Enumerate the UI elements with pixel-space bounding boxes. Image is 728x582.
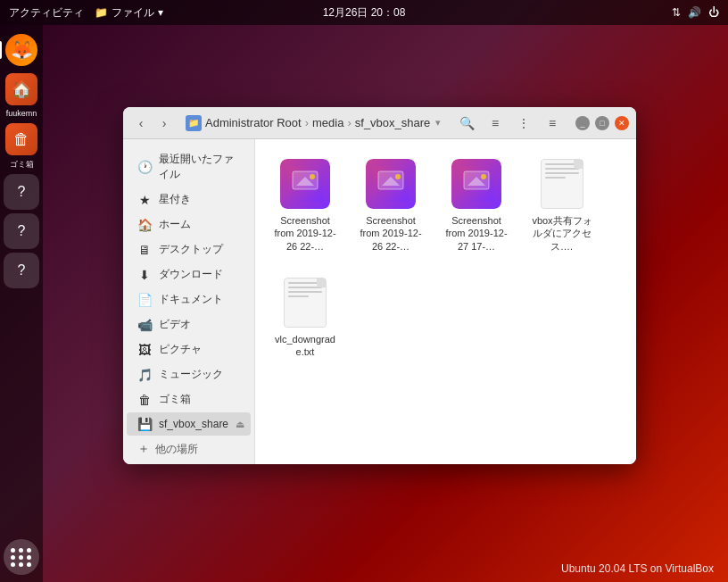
breadcrumb-dropdown-icon[interactable]: ▾ (435, 117, 441, 129)
dock-trash-label: ゴミ箱 (10, 159, 34, 170)
sidebar-item-sfvbox[interactable]: 💾 sf_vbox_share ⏏ (127, 412, 251, 436)
sidebar-item-pictures-label: ピクチャ (159, 342, 202, 357)
file-name-screenshot3: Screenshot from 2019-12-27 17-… (444, 214, 509, 253)
music-icon: 🎵 (137, 368, 152, 382)
sidebar-item-home[interactable]: 🏠 ホーム (127, 212, 251, 237)
svg-point-3 (310, 174, 315, 179)
dock-trash[interactable]: 🗑 (4, 121, 39, 157)
breadcrumb-root[interactable]: Administrator Root (205, 116, 302, 129)
trash-icon: 🗑 (137, 393, 152, 407)
files-icon: 📁 (95, 6, 108, 19)
sidebar-item-downloads[interactable]: ⬇ ダウンロード (127, 262, 251, 287)
dock-generic3[interactable]: ? (4, 253, 39, 288)
sidebar-item-desktop-label: デスクトップ (159, 242, 223, 257)
desktop-icon: 🖥 (137, 243, 152, 257)
home-icon: 🏠 (137, 218, 152, 232)
folder-icon: 📁 (186, 115, 202, 131)
sidebar: 🕐 最近開いたファイル ★ 星付き 🏠 ホーム 🖥 デスクトップ ⬇ (123, 139, 255, 464)
sidebar-item-music-label: ミュージック (159, 367, 223, 382)
nav-buttons: ‹ › (130, 112, 175, 134)
file-item-screenshot1[interactable]: Screenshot from 2019-12-26 22-… (269, 154, 341, 258)
svg-point-11 (481, 174, 486, 179)
sidebar-item-downloads-label: ダウンロード (159, 267, 223, 282)
back-button[interactable]: ‹ (130, 112, 152, 134)
view-list-button[interactable]: ≡ (483, 112, 508, 135)
dock-firefox-wrapper: 🦊 (4, 32, 39, 68)
sidebar-item-sfvbox-label: sf_vbox_share (159, 418, 228, 430)
sidebar-item-music[interactable]: 🎵 ミュージック (127, 362, 251, 387)
file-name-vlc-txt: vlc_downgrade.txt (273, 333, 337, 359)
topbar-right: ⇅ 🔊 ⏻ (672, 6, 719, 19)
sidebar-item-videos-label: ビデオ (159, 317, 191, 332)
sidebar-item-starred[interactable]: ★ 星付き (127, 187, 251, 212)
dock: 🦊 🏠 fuukemn 🗑 ゴミ箱 ? (0, 25, 43, 582)
sidebar-item-trash[interactable]: 🗑 ゴミ箱 (127, 387, 251, 412)
titlebar-actions: 🔍 ≡ ⋮ ≡ (454, 112, 565, 135)
file-item-screenshot2[interactable]: Screenshot from 2019-12-26 22-… (355, 154, 426, 258)
file-manager-window: ‹ › 📁 Administrator Root › media › sf_vb… (123, 107, 636, 464)
file-area: Screenshot from 2019-12-26 22-… (255, 139, 636, 464)
window-controls: _ □ ✕ (575, 116, 629, 130)
add-location-icon: ＋ (137, 441, 150, 457)
activities-button[interactable]: アクティビティ (9, 5, 84, 21)
desktop: アクティビティ 📁 ファイル ▾ 12月26日 20：08 ⇅ 🔊 ⏻ 🦊 (0, 0, 728, 582)
screenshot2-thumb (366, 159, 416, 209)
sidebar-item-recent-label: 最近開いたファイル (159, 152, 240, 182)
breadcrumb: 📁 Administrator Root › media › sf_vbox_s… (180, 115, 449, 131)
titlebar: ‹ › 📁 Administrator Root › media › sf_vb… (123, 107, 636, 139)
sidebar-item-documents-label: ドキュメント (159, 292, 223, 307)
sidebar-item-recent[interactable]: 🕐 最近開いたファイル (127, 147, 251, 187)
documents-icon: 📄 (137, 293, 152, 307)
sfvbox-icon: 💾 (137, 417, 152, 431)
sidebar-add-location[interactable]: ＋ 他の場所 (127, 436, 251, 461)
close-button[interactable]: ✕ (615, 116, 629, 130)
svg-point-7 (395, 174, 401, 179)
file-name-screenshot2: Screenshot from 2019-12-26 22-… (359, 214, 423, 253)
sidebar-item-videos[interactable]: 📹 ビデオ (127, 312, 251, 337)
file-item-vbox-doc[interactable]: vbox共有フォルダにアクセス.… (526, 154, 598, 258)
maximize-button[interactable]: □ (595, 116, 609, 130)
dock-home[interactable]: 🏠 (4, 71, 39, 107)
screenshot1-thumb (280, 159, 330, 209)
starred-icon: ★ (137, 193, 152, 207)
recent-icon: 🕐 (137, 160, 152, 174)
menu-button[interactable]: ≡ (540, 112, 565, 135)
dock-firefox[interactable]: 🦊 (4, 32, 39, 68)
dock-generic1[interactable]: ? (4, 174, 39, 210)
downloads-icon: ⬇ (137, 268, 152, 282)
search-button[interactable]: 🔍 (454, 112, 479, 135)
topbar-datetime: 12月26日 20：08 (323, 5, 406, 21)
file-grid: Screenshot from 2019-12-26 22-… (269, 154, 622, 363)
screenshot3-thumb (451, 159, 501, 209)
sidebar-item-trash-label: ゴミ箱 (159, 392, 191, 407)
add-location-label: 他の場所 (155, 442, 198, 457)
breadcrumb-media[interactable]: media (312, 116, 343, 129)
breadcrumb-sep1: › (305, 116, 309, 129)
file-name-vbox-doc: vbox共有フォルダにアクセス.… (530, 214, 594, 253)
dropdown-arrow-icon: ▾ (158, 6, 163, 19)
dock-home-label: fuukemn (6, 109, 37, 118)
dock-home-wrapper: 🏠 fuukemn (4, 71, 39, 118)
breadcrumb-current[interactable]: sf_vbox_share (355, 116, 431, 129)
files-menu[interactable]: 📁 ファイル ▾ (95, 5, 163, 21)
eject-icon[interactable]: ⏏ (236, 419, 244, 430)
sidebar-item-desktop[interactable]: 🖥 デスクトップ (127, 237, 251, 262)
forward-button[interactable]: › (153, 112, 175, 134)
network-icon: ⇅ (672, 6, 681, 19)
sidebar-item-starred-label: 星付き (159, 192, 191, 207)
file-name-screenshot1: Screenshot from 2019-12-26 22-… (273, 214, 337, 253)
minimize-button[interactable]: _ (575, 116, 590, 130)
sidebar-item-documents[interactable]: 📄 ドキュメント (127, 287, 251, 312)
file-item-vlc-txt[interactable]: vlc_downgrade.txt (269, 272, 341, 364)
dock-generic2[interactable]: ? (4, 213, 39, 249)
pictures-icon: 🖼 (137, 343, 152, 357)
topbar: アクティビティ 📁 ファイル ▾ 12月26日 20：08 ⇅ 🔊 ⏻ (0, 0, 728, 25)
sidebar-item-pictures[interactable]: 🖼 ピクチャ (127, 337, 251, 362)
vlc-txt-thumb (280, 278, 330, 328)
virtualbox-label: Ubuntu 20.04 LTS on VirtualBox (561, 562, 714, 575)
file-item-screenshot3[interactable]: Screenshot from 2019-12-27 17-… (441, 154, 512, 258)
sidebar-item-home-label: ホーム (159, 217, 191, 232)
dock-apps-button[interactable] (4, 539, 39, 575)
view-options-button[interactable]: ⋮ (511, 112, 536, 135)
window-body: 🕐 最近開いたファイル ★ 星付き 🏠 ホーム 🖥 デスクトップ ⬇ (123, 139, 636, 464)
